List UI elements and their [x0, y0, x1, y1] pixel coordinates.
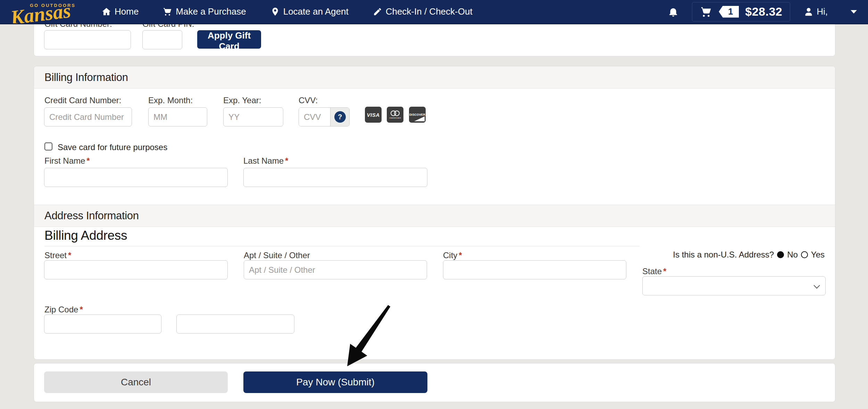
non-us-yes-label: Yes [811, 250, 825, 260]
city-input[interactable] [443, 260, 626, 279]
first-name-label: First Name* [44, 156, 90, 166]
city-label: City* [443, 251, 462, 260]
discover-card-icon: DISCOVER [409, 107, 426, 123]
gift-card-pin-input[interactable] [142, 30, 182, 49]
credit-card-number-label: Credit Card Number: [44, 96, 121, 105]
cart-total: $28.32 [745, 5, 782, 18]
address-information-header: Address Information [34, 205, 835, 227]
exp-month-label: Exp. Month: [148, 96, 193, 105]
billing-information-title: Billing Information [44, 71, 128, 84]
billing-information-header: Billing Information [34, 66, 835, 89]
apt-suite-label: Apt / Suite / Other [244, 251, 310, 260]
cart-count-badge: 1 [719, 6, 739, 18]
street-label: Street* [44, 251, 71, 260]
cvv-help-addon[interactable]: ? [330, 108, 349, 126]
user-menu[interactable]: Hi, [803, 6, 828, 17]
cancel-button[interactable]: Cancel [44, 371, 228, 393]
payment-panel: Billing Information Credit Card Number: … [34, 66, 835, 360]
last-name-input[interactable] [243, 168, 427, 187]
first-name-input[interactable] [44, 168, 228, 187]
non-us-question-label: Is this a non-U.S. Address? [673, 250, 774, 260]
cvv-label: CVV: [299, 96, 318, 105]
nav-item-label: Locate an Agent [283, 6, 349, 17]
street-input[interactable] [44, 260, 228, 279]
gift-card-number-input[interactable] [44, 30, 131, 49]
exp-month-input[interactable] [148, 107, 207, 126]
state-select[interactable] [642, 276, 826, 295]
top-navbar: Kansas GO OUTDOORS Home Make a Purchase … [0, 0, 868, 24]
credit-card-number-input[interactable] [44, 107, 132, 126]
exp-year-label: Exp. Year: [223, 96, 261, 105]
apt-suite-input[interactable] [244, 260, 427, 279]
save-card-label: Save card for future purposes [58, 142, 167, 152]
zip-plus4-input[interactable] [176, 314, 294, 334]
user-greeting: Hi, [817, 6, 828, 17]
nav-item-home[interactable]: Home [102, 6, 139, 17]
cart-icon [700, 6, 712, 18]
notifications-button[interactable] [668, 6, 679, 17]
cart-summary-button[interactable]: 1 $28.32 [692, 2, 790, 22]
nav-item-label: Home [115, 6, 139, 17]
nav-item-check-in-out[interactable]: Check-In / Check-Out [373, 6, 473, 17]
save-card-checkbox[interactable] [44, 142, 52, 150]
bell-icon [668, 6, 679, 17]
billing-address-title: Billing Address [44, 228, 127, 243]
pencil-icon [373, 7, 382, 16]
zip-code-label: Zip Code* [44, 305, 83, 314]
kansas-logo[interactable]: Kansas GO OUTDOORS [10, 0, 77, 24]
nav-item-label: Make a Purchase [176, 6, 246, 17]
actions-panel: Cancel Pay Now (Submit) [34, 363, 835, 402]
chevron-down-icon [813, 282, 820, 288]
brand-tagline: GO OUTDOORS [30, 3, 76, 8]
exp-year-input[interactable] [223, 107, 283, 126]
zip-code-input[interactable] [44, 314, 161, 334]
person-icon [803, 7, 814, 17]
nav-item-locate-an-agent[interactable]: Locate an Agent [270, 6, 349, 17]
non-us-no-label: No [787, 250, 798, 260]
last-name-label: Last Name* [243, 156, 288, 166]
nav-item-label: Check-In / Check-Out [386, 6, 473, 17]
state-label: State* [642, 267, 666, 276]
non-us-yes-radio[interactable] [801, 251, 808, 258]
non-us-address-question: Is this a non-U.S. Address? No Yes [673, 250, 825, 260]
apply-gift-card-button[interactable]: Apply Gift Card [197, 30, 261, 49]
address-information-title: Address Information [44, 210, 139, 222]
pay-now-submit-button[interactable]: Pay Now (Submit) [243, 371, 427, 393]
non-us-no-radio[interactable] [777, 251, 784, 258]
map-marker-icon [270, 7, 280, 16]
mastercard-card-icon: mastercard [387, 107, 403, 123]
visa-card-icon: VISA [365, 107, 382, 123]
cvv-group: ? [299, 107, 350, 126]
chevron-down-icon[interactable] [851, 10, 857, 14]
billing-address-legend: Billing Address [44, 228, 640, 246]
cvv-input[interactable] [299, 108, 330, 126]
cart-icon [163, 7, 172, 16]
question-mark-icon: ? [334, 111, 346, 123]
home-icon [102, 7, 111, 16]
nav-item-make-a-purchase[interactable]: Make a Purchase [163, 6, 246, 17]
